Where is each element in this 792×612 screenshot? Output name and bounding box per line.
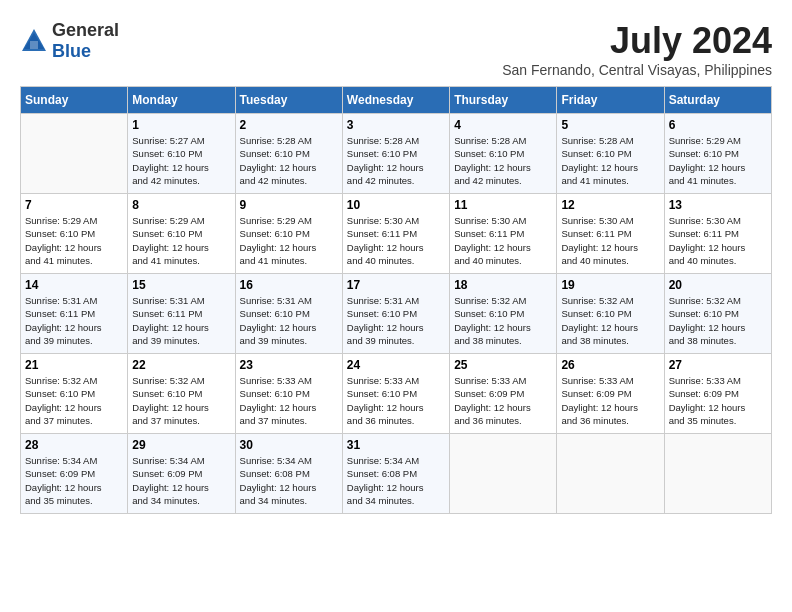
- weekday-header-cell: Wednesday: [342, 87, 449, 114]
- calendar-cell: 27Sunrise: 5:33 AM Sunset: 6:09 PM Dayli…: [664, 354, 771, 434]
- calendar-cell: 21Sunrise: 5:32 AM Sunset: 6:10 PM Dayli…: [21, 354, 128, 434]
- day-number: 13: [669, 198, 767, 212]
- calendar-cell: 12Sunrise: 5:30 AM Sunset: 6:11 PM Dayli…: [557, 194, 664, 274]
- day-number: 4: [454, 118, 552, 132]
- calendar-cell: 6Sunrise: 5:29 AM Sunset: 6:10 PM Daylig…: [664, 114, 771, 194]
- day-number: 18: [454, 278, 552, 292]
- day-number: 19: [561, 278, 659, 292]
- calendar-cell: 20Sunrise: 5:32 AM Sunset: 6:10 PM Dayli…: [664, 274, 771, 354]
- location-subtitle: San Fernando, Central Visayas, Philippin…: [502, 62, 772, 78]
- day-number: 8: [132, 198, 230, 212]
- calendar-cell: 2Sunrise: 5:28 AM Sunset: 6:10 PM Daylig…: [235, 114, 342, 194]
- calendar-cell: 11Sunrise: 5:30 AM Sunset: 6:11 PM Dayli…: [450, 194, 557, 274]
- weekday-header-row: SundayMondayTuesdayWednesdayThursdayFrid…: [21, 87, 772, 114]
- day-info: Sunrise: 5:30 AM Sunset: 6:11 PM Dayligh…: [561, 214, 659, 267]
- day-info: Sunrise: 5:32 AM Sunset: 6:10 PM Dayligh…: [25, 374, 123, 427]
- day-number: 30: [240, 438, 338, 452]
- calendar-cell: 15Sunrise: 5:31 AM Sunset: 6:11 PM Dayli…: [128, 274, 235, 354]
- day-number: 5: [561, 118, 659, 132]
- day-number: 26: [561, 358, 659, 372]
- calendar-cell: 28Sunrise: 5:34 AM Sunset: 6:09 PM Dayli…: [21, 434, 128, 514]
- day-number: 14: [25, 278, 123, 292]
- calendar-cell: [21, 114, 128, 194]
- day-info: Sunrise: 5:30 AM Sunset: 6:11 PM Dayligh…: [669, 214, 767, 267]
- calendar-cell: 16Sunrise: 5:31 AM Sunset: 6:10 PM Dayli…: [235, 274, 342, 354]
- day-number: 6: [669, 118, 767, 132]
- day-info: Sunrise: 5:33 AM Sunset: 6:10 PM Dayligh…: [240, 374, 338, 427]
- calendar-cell: [450, 434, 557, 514]
- calendar-cell: 29Sunrise: 5:34 AM Sunset: 6:09 PM Dayli…: [128, 434, 235, 514]
- day-number: 29: [132, 438, 230, 452]
- weekday-header-cell: Monday: [128, 87, 235, 114]
- logo-icon: [20, 27, 48, 55]
- calendar-cell: 5Sunrise: 5:28 AM Sunset: 6:10 PM Daylig…: [557, 114, 664, 194]
- day-info: Sunrise: 5:31 AM Sunset: 6:10 PM Dayligh…: [240, 294, 338, 347]
- logo: General Blue: [20, 20, 119, 62]
- weekday-header-cell: Sunday: [21, 87, 128, 114]
- day-number: 1: [132, 118, 230, 132]
- weekday-header-cell: Thursday: [450, 87, 557, 114]
- day-number: 22: [132, 358, 230, 372]
- day-number: 2: [240, 118, 338, 132]
- day-info: Sunrise: 5:28 AM Sunset: 6:10 PM Dayligh…: [561, 134, 659, 187]
- calendar-body: 1Sunrise: 5:27 AM Sunset: 6:10 PM Daylig…: [21, 114, 772, 514]
- day-info: Sunrise: 5:31 AM Sunset: 6:10 PM Dayligh…: [347, 294, 445, 347]
- day-number: 16: [240, 278, 338, 292]
- calendar-week-row: 28Sunrise: 5:34 AM Sunset: 6:09 PM Dayli…: [21, 434, 772, 514]
- day-number: 12: [561, 198, 659, 212]
- page-header: General Blue July 2024 San Fernando, Cen…: [20, 20, 772, 78]
- day-info: Sunrise: 5:33 AM Sunset: 6:09 PM Dayligh…: [669, 374, 767, 427]
- day-number: 28: [25, 438, 123, 452]
- day-number: 15: [132, 278, 230, 292]
- day-info: Sunrise: 5:28 AM Sunset: 6:10 PM Dayligh…: [347, 134, 445, 187]
- day-number: 24: [347, 358, 445, 372]
- day-info: Sunrise: 5:30 AM Sunset: 6:11 PM Dayligh…: [347, 214, 445, 267]
- day-info: Sunrise: 5:29 AM Sunset: 6:10 PM Dayligh…: [240, 214, 338, 267]
- day-info: Sunrise: 5:32 AM Sunset: 6:10 PM Dayligh…: [669, 294, 767, 347]
- calendar-cell: 4Sunrise: 5:28 AM Sunset: 6:10 PM Daylig…: [450, 114, 557, 194]
- calendar-cell: 18Sunrise: 5:32 AM Sunset: 6:10 PM Dayli…: [450, 274, 557, 354]
- calendar-cell: [557, 434, 664, 514]
- day-info: Sunrise: 5:34 AM Sunset: 6:08 PM Dayligh…: [347, 454, 445, 507]
- day-info: Sunrise: 5:32 AM Sunset: 6:10 PM Dayligh…: [132, 374, 230, 427]
- calendar-week-row: 7Sunrise: 5:29 AM Sunset: 6:10 PM Daylig…: [21, 194, 772, 274]
- calendar-cell: [664, 434, 771, 514]
- calendar-cell: 14Sunrise: 5:31 AM Sunset: 6:11 PM Dayli…: [21, 274, 128, 354]
- day-number: 17: [347, 278, 445, 292]
- calendar-cell: 23Sunrise: 5:33 AM Sunset: 6:10 PM Dayli…: [235, 354, 342, 434]
- calendar-cell: 8Sunrise: 5:29 AM Sunset: 6:10 PM Daylig…: [128, 194, 235, 274]
- month-year-title: July 2024: [502, 20, 772, 62]
- day-number: 31: [347, 438, 445, 452]
- day-info: Sunrise: 5:31 AM Sunset: 6:11 PM Dayligh…: [132, 294, 230, 347]
- calendar-cell: 9Sunrise: 5:29 AM Sunset: 6:10 PM Daylig…: [235, 194, 342, 274]
- calendar-cell: 30Sunrise: 5:34 AM Sunset: 6:08 PM Dayli…: [235, 434, 342, 514]
- day-info: Sunrise: 5:28 AM Sunset: 6:10 PM Dayligh…: [454, 134, 552, 187]
- day-number: 21: [25, 358, 123, 372]
- day-number: 11: [454, 198, 552, 212]
- calendar-cell: 25Sunrise: 5:33 AM Sunset: 6:09 PM Dayli…: [450, 354, 557, 434]
- logo-general-text: General: [52, 20, 119, 41]
- day-info: Sunrise: 5:34 AM Sunset: 6:09 PM Dayligh…: [132, 454, 230, 507]
- calendar-cell: 13Sunrise: 5:30 AM Sunset: 6:11 PM Dayli…: [664, 194, 771, 274]
- day-info: Sunrise: 5:34 AM Sunset: 6:08 PM Dayligh…: [240, 454, 338, 507]
- day-info: Sunrise: 5:29 AM Sunset: 6:10 PM Dayligh…: [669, 134, 767, 187]
- calendar-table: SundayMondayTuesdayWednesdayThursdayFrid…: [20, 86, 772, 514]
- day-info: Sunrise: 5:29 AM Sunset: 6:10 PM Dayligh…: [132, 214, 230, 267]
- day-number: 10: [347, 198, 445, 212]
- day-info: Sunrise: 5:27 AM Sunset: 6:10 PM Dayligh…: [132, 134, 230, 187]
- day-info: Sunrise: 5:29 AM Sunset: 6:10 PM Dayligh…: [25, 214, 123, 267]
- calendar-cell: 3Sunrise: 5:28 AM Sunset: 6:10 PM Daylig…: [342, 114, 449, 194]
- calendar-cell: 24Sunrise: 5:33 AM Sunset: 6:10 PM Dayli…: [342, 354, 449, 434]
- day-number: 23: [240, 358, 338, 372]
- calendar-cell: 10Sunrise: 5:30 AM Sunset: 6:11 PM Dayli…: [342, 194, 449, 274]
- day-number: 20: [669, 278, 767, 292]
- day-info: Sunrise: 5:34 AM Sunset: 6:09 PM Dayligh…: [25, 454, 123, 507]
- svg-rect-2: [30, 41, 38, 49]
- calendar-cell: 22Sunrise: 5:32 AM Sunset: 6:10 PM Dayli…: [128, 354, 235, 434]
- day-number: 9: [240, 198, 338, 212]
- day-info: Sunrise: 5:33 AM Sunset: 6:09 PM Dayligh…: [561, 374, 659, 427]
- title-area: July 2024 San Fernando, Central Visayas,…: [502, 20, 772, 78]
- calendar-cell: 1Sunrise: 5:27 AM Sunset: 6:10 PM Daylig…: [128, 114, 235, 194]
- day-number: 7: [25, 198, 123, 212]
- calendar-cell: 26Sunrise: 5:33 AM Sunset: 6:09 PM Dayli…: [557, 354, 664, 434]
